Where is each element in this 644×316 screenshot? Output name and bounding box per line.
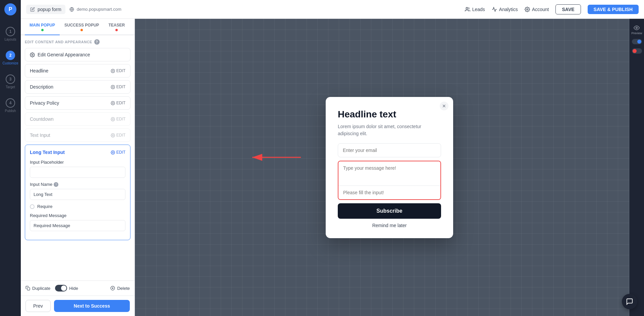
step-label-4: Publish bbox=[5, 109, 16, 113]
site-url: demo.popupsmart.com bbox=[69, 7, 121, 12]
svg-point-6 bbox=[112, 86, 113, 87]
step-label-3: Target bbox=[6, 85, 15, 89]
placeholder-label: Input Placeholder bbox=[30, 160, 125, 165]
popup-modal: ✕ Headline text Lorem ipsum dolor sit am… bbox=[326, 97, 453, 238]
sidebar-item-countdown[interactable]: Countdown EDIT bbox=[25, 112, 130, 126]
popup-input-group bbox=[338, 161, 441, 200]
sidebar-item-headline[interactable]: Headline EDIT bbox=[25, 64, 130, 77]
nav-step-layouts[interactable]: 1 Layouts bbox=[0, 22, 21, 46]
logo[interactable]: P bbox=[4, 3, 16, 15]
required-message-input[interactable] bbox=[30, 220, 125, 231]
arrow-container bbox=[249, 147, 303, 169]
tab-main-dot bbox=[41, 29, 44, 31]
gear-small-icon bbox=[111, 69, 115, 73]
duplicate-icon bbox=[25, 286, 30, 291]
sidebar-item-appearance[interactable]: Edit General Appearance bbox=[25, 48, 130, 61]
topbar: popup form demo.popupsmart.com Leads Ana… bbox=[21, 0, 644, 19]
help-icon[interactable]: ? bbox=[94, 39, 100, 45]
countdown-label: Countdown bbox=[30, 116, 54, 122]
account-nav[interactable]: Account bbox=[525, 7, 549, 12]
project-name[interactable]: popup form bbox=[26, 5, 65, 14]
sidebar-item-description[interactable]: Description EDIT bbox=[25, 80, 130, 94]
sidebar-item-text-input[interactable]: Text Input EDIT bbox=[25, 128, 130, 142]
step-num-4: 4 bbox=[6, 98, 15, 108]
logo-icon: P bbox=[9, 6, 12, 12]
right-preview-panel: Preview bbox=[629, 19, 644, 316]
svg-point-9 bbox=[112, 135, 113, 136]
delete-btn[interactable]: Delete bbox=[110, 286, 130, 291]
gear-small-icon4 bbox=[111, 117, 115, 121]
require-label: Require bbox=[37, 204, 53, 209]
text-input-label: Text Input bbox=[30, 133, 50, 138]
account-label: Account bbox=[532, 7, 549, 12]
leads-nav[interactable]: Leads bbox=[465, 7, 485, 12]
svg-point-4 bbox=[32, 54, 33, 55]
svg-point-5 bbox=[112, 70, 113, 71]
svg-point-2 bbox=[466, 7, 468, 9]
text-input-edit-btn[interactable]: EDIT bbox=[111, 133, 125, 138]
leads-label: Leads bbox=[472, 7, 485, 12]
svg-point-7 bbox=[112, 102, 113, 103]
canvas: ✕ Headline text Lorem ipsum dolor sit am… bbox=[135, 19, 644, 316]
section-label: EDIT CONTENT AND APPEARANCE ? bbox=[25, 39, 130, 45]
popup-headline: Headline text bbox=[338, 109, 441, 120]
nav-step-target[interactable]: 3 Target bbox=[0, 70, 21, 94]
sidebar-bottom-actions: Duplicate Hide Delete bbox=[21, 280, 135, 296]
tab-main-popup[interactable]: MAIN POPUP bbox=[25, 19, 60, 35]
tab-success-label: SUCCESS POPUP bbox=[64, 23, 99, 28]
next-button[interactable]: Next to Success bbox=[54, 300, 130, 312]
tab-teaser-dot bbox=[115, 29, 118, 31]
delete-icon bbox=[110, 286, 115, 291]
description-edit-btn[interactable]: EDIT bbox=[111, 85, 125, 89]
analytics-nav[interactable]: Analytics bbox=[492, 7, 518, 12]
step-num-3: 3 bbox=[6, 74, 15, 84]
step-num-2: 2 bbox=[6, 51, 15, 60]
hide-toggle-wrap: Hide bbox=[55, 285, 78, 292]
popup-fill-input[interactable] bbox=[338, 186, 440, 199]
tab-teaser-label: TEASER bbox=[108, 23, 125, 28]
countdown-edit-btn[interactable]: EDIT bbox=[111, 117, 125, 121]
chat-bubble-button[interactable] bbox=[622, 294, 637, 309]
hide-label: Hide bbox=[69, 286, 78, 291]
prev-button[interactable]: Prev bbox=[25, 300, 51, 312]
save-publish-button[interactable]: SAVE & PUBLISH bbox=[588, 5, 639, 14]
expanded-long-text-input: Long Text Input EDIT Input Placeholder I… bbox=[25, 145, 130, 240]
main-content: popup form demo.popupsmart.com Leads Ana… bbox=[21, 0, 644, 316]
placeholder-input[interactable] bbox=[30, 167, 125, 178]
require-radio[interactable] bbox=[30, 204, 35, 209]
preview-btn[interactable]: Preview bbox=[631, 25, 642, 35]
popup-remind-later[interactable]: Remind me later bbox=[338, 223, 441, 228]
nav-step-publish[interactable]: 4 Publish bbox=[0, 94, 21, 117]
tab-success-popup[interactable]: SUCCESS POPUP bbox=[60, 19, 104, 35]
edit-icon bbox=[30, 7, 35, 12]
required-message-label: Required Message bbox=[30, 213, 125, 218]
headline-edit-btn[interactable]: EDIT bbox=[111, 68, 125, 73]
analytics-icon bbox=[492, 7, 497, 12]
nav-step-customize[interactable]: 2 Customize bbox=[0, 46, 21, 70]
popup-message-input[interactable] bbox=[338, 161, 440, 186]
preview-toggle-on[interactable] bbox=[632, 39, 642, 44]
tab-teaser[interactable]: TEASER bbox=[104, 19, 129, 35]
gear-small-icon5 bbox=[111, 133, 115, 138]
topbar-right: Leads Analytics Account SAVE SAVE & PUBL… bbox=[465, 4, 639, 14]
hide-toggle[interactable] bbox=[55, 285, 67, 292]
tab-main-popup-label: MAIN POPUP bbox=[30, 23, 55, 28]
long-text-edit-btn[interactable]: EDIT bbox=[111, 150, 125, 155]
duplicate-label: Duplicate bbox=[32, 286, 50, 291]
analytics-label: Analytics bbox=[499, 7, 518, 12]
sidebar: MAIN POPUP SUCCESS POPUP TEASER EDIT CON… bbox=[21, 19, 135, 316]
popup-close-button[interactable]: ✕ bbox=[440, 102, 448, 110]
input-name-field[interactable] bbox=[30, 189, 125, 200]
popup-subscribe-button[interactable]: Subscribe bbox=[338, 203, 441, 219]
sidebar-item-privacy[interactable]: Privacy Policy EDIT bbox=[25, 96, 130, 110]
globe-icon bbox=[69, 7, 74, 12]
preview-toggle-off[interactable] bbox=[632, 48, 642, 54]
input-name-help[interactable]: ? bbox=[54, 182, 58, 187]
privacy-label: Privacy Policy bbox=[30, 100, 59, 106]
duplicate-btn[interactable]: Duplicate bbox=[25, 286, 50, 291]
save-button[interactable]: SAVE bbox=[555, 4, 581, 14]
chat-icon bbox=[626, 298, 633, 305]
popup-email-input[interactable] bbox=[338, 143, 441, 157]
privacy-edit-btn[interactable]: EDIT bbox=[111, 101, 125, 105]
leads-icon bbox=[465, 7, 470, 12]
